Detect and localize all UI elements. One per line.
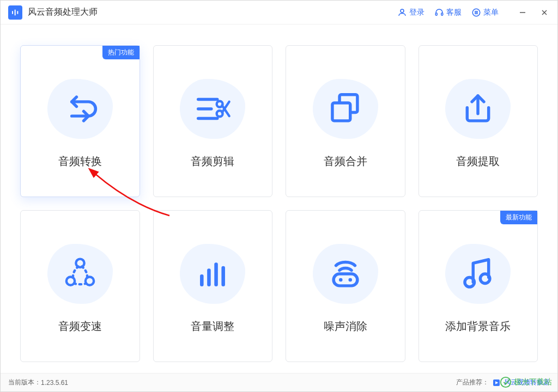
convert-icon: [61, 90, 99, 128]
svg-rect-5: [441, 13, 443, 15]
recommend-name[interactable]: 风云视频转换器: [504, 378, 550, 387]
recommend-label: 产品推荐：: [456, 378, 489, 387]
login-label: 登录: [409, 8, 424, 17]
minimize-button[interactable]: [517, 7, 528, 18]
recommend-icon: [492, 378, 501, 387]
card-audio-convert[interactable]: 热门功能 音频转换: [20, 45, 140, 197]
card-title: 音频合并: [324, 154, 367, 169]
main-content: 热门功能 音频转换: [1, 24, 557, 373]
svg-point-32: [348, 278, 352, 282]
volume-icon: [193, 255, 232, 293]
card-audio-cut[interactable]: 音频剪辑: [153, 45, 273, 197]
menu-icon: [471, 8, 481, 17]
cut-icon: [193, 90, 232, 128]
badge-new: 最新功能: [500, 211, 537, 224]
feature-grid: 热门功能 音频转换: [20, 45, 538, 362]
menu-button[interactable]: 菜单: [471, 8, 499, 17]
merge-icon: [326, 90, 365, 128]
card-volume-adjust[interactable]: 音量调整: [153, 210, 273, 362]
music-icon: [459, 255, 497, 293]
login-button[interactable]: 登录: [397, 8, 424, 17]
card-title: 音频剪辑: [191, 154, 234, 169]
support-label: 客服: [446, 8, 462, 17]
svg-point-31: [339, 278, 343, 282]
version-value: 1.23.5.61: [41, 379, 68, 387]
card-audio-merge[interactable]: 音频合并: [286, 45, 405, 197]
user-icon: [397, 8, 407, 17]
titlebar: 风云音频处理大师 登录 客服 菜单: [1, 1, 557, 24]
card-title: 添加背景音乐: [445, 319, 511, 334]
svg-rect-30: [333, 274, 357, 286]
version-label: 当前版本：: [8, 378, 41, 387]
speed-icon: [61, 255, 99, 293]
badge-hot: 热门功能: [102, 46, 140, 59]
app-window: 风云音频处理大师 登录 客服 菜单: [0, 0, 558, 392]
close-button[interactable]: [539, 7, 550, 18]
card-title: 噪声消除: [324, 319, 367, 334]
card-audio-extract[interactable]: 音频提取: [418, 45, 538, 197]
denoise-icon: [326, 255, 365, 293]
svg-point-3: [401, 9, 404, 13]
svg-rect-21: [332, 103, 350, 121]
card-title: 音频转换: [58, 154, 102, 169]
svg-rect-2: [17, 11, 18, 14]
card-add-bgm[interactable]: 最新功能 添加背景音乐: [418, 210, 538, 362]
card-title: 音量调整: [191, 319, 234, 334]
card-title: 音频提取: [456, 154, 500, 169]
close-icon: [541, 9, 548, 16]
logo-bars-icon: [11, 8, 20, 17]
card-title: 音频变速: [58, 319, 102, 334]
extract-icon: [459, 90, 497, 128]
titlebar-actions: 登录 客服 菜单: [397, 7, 550, 18]
svg-rect-0: [12, 11, 13, 14]
svg-point-33: [465, 278, 475, 287]
card-audio-speed[interactable]: 音频变速: [20, 210, 140, 362]
card-denoise[interactable]: 噪声消除: [286, 210, 405, 362]
headset-icon: [434, 8, 444, 17]
svg-point-34: [481, 274, 490, 284]
footer: 当前版本： 1.23.5.61 产品推荐： 风云视频转换器: [1, 373, 557, 391]
menu-label: 菜单: [483, 8, 499, 17]
app-logo: [8, 5, 22, 20]
minimize-icon: [519, 9, 526, 16]
app-title: 风云音频处理大师: [28, 7, 98, 18]
svg-rect-4: [435, 13, 437, 15]
support-button[interactable]: 客服: [434, 8, 462, 17]
svg-rect-1: [15, 9, 16, 15]
